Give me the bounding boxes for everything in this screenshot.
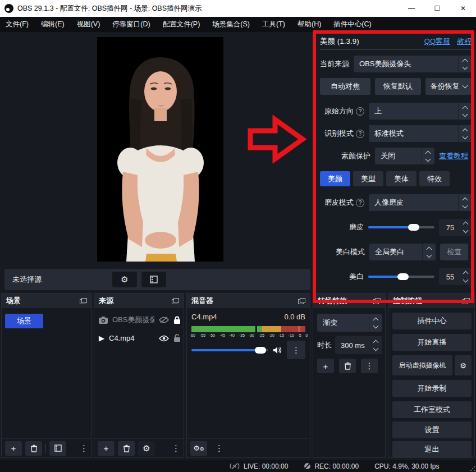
remove-scene-button[interactable]	[25, 441, 42, 456]
eye-icon[interactable]	[159, 335, 169, 342]
add-transition-button[interactable]: +	[317, 359, 334, 373]
close-button[interactable]: ✕	[450, 0, 476, 17]
menu-plugin-center[interactable]: 插件中心(C)	[333, 20, 378, 29]
minimize-button[interactable]: —	[399, 0, 424, 17]
current-source-label: 当前来源	[320, 59, 349, 69]
obs-logo-icon	[4, 4, 13, 13]
current-source-dropdown[interactable]: OBS美颜摄像头	[354, 56, 472, 72]
scene-filters-button[interactable]	[49, 441, 66, 456]
source-filters-button[interactable]	[141, 272, 166, 287]
volume-slider[interactable]	[191, 349, 268, 351]
menu-docks[interactable]: 停靠窗口(D)	[112, 20, 157, 29]
menu-view[interactable]: 视图(V)	[77, 20, 107, 29]
smooth-mode-dropdown[interactable]: 人像磨皮	[369, 194, 472, 211]
view-tutorial-link[interactable]: 查看教程	[439, 151, 468, 161]
menu-file[interactable]: 文件(F)	[6, 20, 35, 29]
lock-closed-icon[interactable]	[173, 316, 181, 324]
tab-effects[interactable]: 特效	[419, 171, 450, 186]
plugin-center-button[interactable]: 插件中心	[392, 313, 472, 329]
sources-title: 来源	[99, 296, 113, 306]
add-source-button[interactable]: +	[98, 441, 115, 456]
protect-dropdown[interactable]: 关闭	[375, 148, 434, 164]
exit-button[interactable]: 退出	[392, 441, 472, 458]
restore-default-button[interactable]: 恢复默认	[375, 78, 421, 95]
popout-icon[interactable]	[463, 298, 470, 304]
transition-type-dropdown[interactable]: 渐变	[317, 314, 382, 332]
spin-arrows-icon[interactable]	[461, 221, 472, 234]
menu-tools[interactable]: 工具(T)	[262, 20, 292, 29]
scenes-menu-button[interactable]: ⋮	[80, 443, 88, 453]
menu-scene-collection[interactable]: 场景集合(S)	[212, 20, 257, 29]
beauty-plugin-panel: 美颜 (1.3.9) QQ客服 教程 当前来源 OBS美颜摄像头 自动对焦 恢复…	[314, 32, 476, 300]
settings-button[interactable]: 设置	[392, 421, 472, 438]
eye-off-icon[interactable]	[159, 317, 169, 323]
advanced-audio-button[interactable]: ⚙⚙	[190, 441, 207, 456]
whiten-mode-dropdown[interactable]: 全局美白	[369, 244, 436, 260]
mixer-db-value: 0.0 dB	[284, 313, 305, 321]
transition-menu-button[interactable]: ⋮	[361, 359, 378, 373]
transitions-dock: 转场特效 渐变 时长 300 ms + ⋮	[313, 293, 386, 458]
tab-reshape[interactable]: 美型	[353, 171, 383, 186]
smooth-slider[interactable]	[368, 226, 434, 228]
whiten-spinbox[interactable]: 55	[439, 268, 472, 285]
tab-beauty[interactable]: 美颜	[320, 171, 350, 186]
tab-body[interactable]: 美体	[386, 171, 417, 186]
spin-arrows-icon[interactable]	[461, 270, 472, 283]
title-bar: OBS 29.1.3 - 配置文件: OBS插件网 - 场景: OBS插件网演示…	[0, 0, 476, 17]
help-icon[interactable]: ?	[356, 130, 364, 138]
autofocus-button[interactable]: 自动对焦	[320, 78, 370, 95]
sources-menu-button[interactable]: ⋮	[172, 443, 180, 453]
source-row-media[interactable]: ▶ C4.mp4	[99, 334, 181, 342]
help-icon[interactable]: ?	[356, 107, 364, 116]
qq-support-link[interactable]: QQ客服	[424, 36, 450, 47]
preview-video[interactable]	[97, 37, 223, 262]
virtual-camera-settings-button[interactable]: ⚙	[455, 355, 472, 375]
spin-arrows-icon[interactable]	[369, 336, 382, 354]
start-streaming-button[interactable]: 开始直播	[392, 334, 472, 351]
rec-status: REC: 00:00:00	[304, 462, 359, 470]
remove-source-button[interactable]	[118, 441, 135, 456]
lock-open-icon[interactable]	[173, 334, 181, 342]
tutorial-link[interactable]: 教程	[457, 36, 472, 47]
duration-spinbox[interactable]: 300 ms	[335, 336, 382, 354]
mixer-menu-button[interactable]: ⋮	[215, 443, 223, 453]
studio-mode-button[interactable]: 工作室模式	[392, 401, 472, 418]
start-recording-button[interactable]: 开始录制	[392, 380, 472, 397]
source-properties-button[interactable]: ⚙	[112, 272, 137, 287]
check-button[interactable]: 检查	[440, 244, 468, 260]
source-row-camera[interactable]: OBS美颜摄像头	[99, 315, 181, 325]
slider-handle[interactable]	[408, 224, 419, 231]
meter-scale: -60-55-50-45-40-35-30-25-20-15-10-50	[189, 333, 308, 338]
scene-list-item[interactable]: 场景	[5, 314, 43, 328]
status-bar: LIVE: 00:00:00 REC: 00:00:00 CPU: 4.9%, …	[0, 460, 476, 472]
popout-icon[interactable]	[373, 298, 381, 304]
smooth-spinbox[interactable]: 75	[439, 219, 472, 236]
protect-label: 素颜保护	[341, 151, 370, 161]
slider-handle[interactable]	[255, 347, 266, 354]
source-properties-toolbar-button[interactable]: ⚙	[138, 441, 155, 456]
menu-help[interactable]: 帮助(H)	[298, 20, 328, 29]
remove-transition-button[interactable]	[339, 359, 356, 373]
popout-icon[interactable]	[298, 298, 305, 304]
menu-profile[interactable]: 配置文件(P)	[163, 20, 207, 29]
orientation-dropdown[interactable]: 上	[369, 103, 472, 120]
resize-grip[interactable]	[470, 466, 475, 471]
menu-edit[interactable]: 编辑(E)	[41, 20, 71, 29]
backup-restore-button[interactable]: 备份恢复	[425, 78, 472, 95]
popout-icon[interactable]	[80, 298, 87, 304]
start-virtual-camera-button[interactable]: 启动虚拟摄像机	[392, 355, 452, 375]
record-inactive-icon	[304, 462, 311, 470]
popout-icon[interactable]	[172, 298, 179, 304]
presenter-image	[97, 37, 223, 262]
whiten-slider[interactable]	[368, 276, 434, 278]
gear-icon: ⚙	[460, 361, 466, 370]
speaker-icon[interactable]	[273, 346, 282, 354]
maximize-button[interactable]: ☐	[424, 0, 450, 17]
add-scene-button[interactable]: +	[5, 441, 22, 456]
slider-handle[interactable]	[397, 273, 409, 280]
red-arrow-annotation	[246, 112, 306, 166]
help-icon[interactable]: ?	[356, 199, 364, 207]
detect-mode-dropdown[interactable]: 标准模式	[369, 125, 472, 142]
mixer-track-menu-button[interactable]: ⋮	[287, 341, 305, 359]
detect-mode-label: 识别模式?	[324, 129, 364, 139]
